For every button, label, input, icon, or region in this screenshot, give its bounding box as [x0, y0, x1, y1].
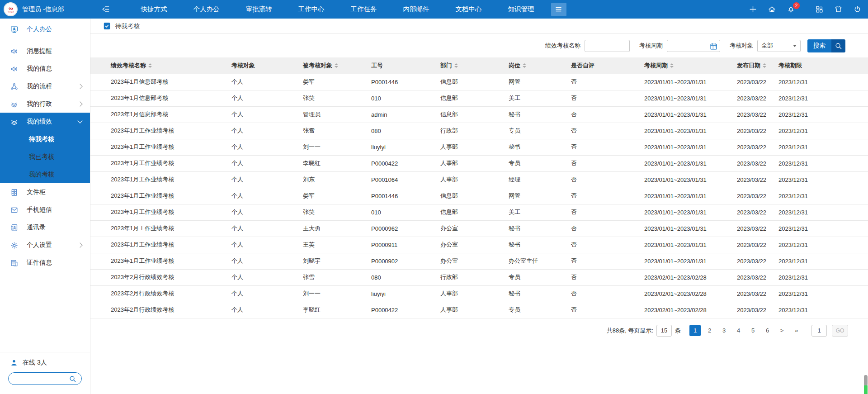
column-header-label: 是否自评 — [571, 62, 594, 70]
table-row[interactable]: 2023年1月工作业绩考核个人张雪080行政部专员否2023/01/01~202… — [90, 123, 868, 139]
page-button-5[interactable]: 5 — [747, 325, 759, 336]
more-menus-button[interactable] — [551, 3, 566, 16]
sidebar-item-1[interactable]: 消息提醒 — [0, 42, 90, 60]
table-row[interactable]: 2023年2月行政绩效考核个人张雪080行政部专员否2023/02/01~202… — [90, 269, 868, 285]
table-cell: 刘晓宇 — [301, 253, 369, 269]
filter-name-input[interactable] — [585, 40, 630, 52]
sidebar-subitem-我的考核[interactable]: 我的考核 — [0, 166, 90, 183]
table-row[interactable]: 2023年2月行政绩效考核个人李晓红P0000422人事部专员否2023/02/… — [90, 302, 868, 318]
goto-page-input[interactable] — [811, 325, 827, 337]
scrollbar-thumb[interactable] — [864, 375, 868, 386]
topnav-item[interactable]: 文档中心 — [443, 0, 495, 19]
column-header[interactable]: 考核周期 — [642, 57, 735, 74]
table-row[interactable]: 2023年1月信息部考核个人张笑010信息部美工否2023/01/01~2023… — [90, 90, 868, 106]
table-cell: 2023/03/22 — [735, 188, 777, 204]
column-header: 考核对象 — [230, 57, 301, 74]
table-cell: 经理 — [507, 171, 569, 188]
topnav-item[interactable]: 快捷方式 — [128, 0, 180, 19]
table-cell: 王大勇 — [301, 220, 369, 237]
table-row[interactable]: 2023年1月工作业绩考核个人张笑010信息部美工否2023/01/01~202… — [90, 204, 868, 220]
app-logo[interactable]: ∞ 华天动力 — [4, 2, 18, 16]
sort-arrows-icon[interactable] — [670, 63, 674, 68]
page-button-6[interactable]: 6 — [762, 325, 773, 336]
last-page-button[interactable]: » — [791, 325, 802, 336]
sidebar-item-6[interactable]: 文件柜 — [0, 183, 90, 201]
sidebar-search-icon[interactable] — [68, 375, 77, 383]
sidebar-item-4[interactable]: 我的行政 — [0, 95, 90, 113]
table-cell: 个人 — [230, 171, 301, 188]
sidebar-item-9[interactable]: 个人设置 — [0, 236, 90, 254]
current-user-label[interactable]: 管理员 -信息部 — [22, 5, 64, 14]
page-button-4[interactable]: 4 — [733, 325, 744, 336]
new-item-icon[interactable] — [749, 5, 757, 14]
search-button[interactable]: 搜索 — [807, 39, 845, 52]
page-button-1[interactable]: 1 — [689, 325, 701, 336]
logout-power-icon[interactable] — [853, 5, 862, 14]
sidebar-subitem-待我考核[interactable]: 待我考核 — [0, 130, 90, 148]
page-button-3[interactable]: 3 — [718, 325, 730, 336]
table-cell: 秘书 — [507, 237, 569, 253]
table-row[interactable]: 2023年2月行政绩效考核个人刘一一liuyiyi人事部秘书否2023/02/0… — [90, 285, 868, 302]
sort-arrows-icon[interactable] — [523, 63, 526, 68]
sidebar-item-label: 通讯录 — [27, 223, 85, 232]
table-cell: 办公室 — [439, 237, 507, 253]
sidebar-item-10[interactable]: 证件信息 — [0, 254, 90, 271]
sidebar-item-label: 个人办公 — [27, 25, 85, 33]
table-row[interactable]: 2023年1月工作业绩考核个人刘晓宇P0000902办公室办公室主任否2023/… — [90, 253, 868, 269]
breadcrumb: 待我考核 — [90, 19, 868, 34]
table-row[interactable]: 2023年1月信息部考核个人娄军P0001446信息部网管否2023/01/01… — [90, 74, 868, 90]
topnav-item[interactable]: 审批流转 — [233, 0, 285, 19]
sidebar-item-3[interactable]: 我的流程 — [0, 77, 90, 95]
page-size-input[interactable] — [656, 325, 672, 337]
vertical-scrollbar[interactable] — [864, 19, 868, 394]
table-cell: 否 — [569, 123, 642, 139]
apps-grid-icon[interactable] — [815, 5, 824, 14]
table-cell: 2023年1月工作业绩考核 — [90, 220, 230, 237]
home-icon[interactable] — [768, 5, 776, 14]
column-header-label: 部门 — [440, 62, 452, 70]
topnav-item[interactable]: 内部邮件 — [390, 0, 443, 19]
table-row[interactable]: 2023年1月信息部考核个人管理员admin信息部秘书否2023/01/01~2… — [90, 106, 868, 123]
theme-shirt-icon[interactable] — [834, 5, 843, 14]
table-row[interactable]: 2023年1月工作业绩考核个人王大勇P0000962办公室秘书否2023/01/… — [90, 220, 868, 237]
column-header: 考核期限 — [777, 57, 868, 74]
sidebar-item-2[interactable]: 我的信息 — [0, 60, 90, 77]
table-row[interactable]: 2023年1月工作业绩考核个人娄军P0001446信息部网管否2023/01/0… — [90, 188, 868, 204]
topnav-item[interactable]: 知识管理 — [495, 0, 547, 19]
page-button-2[interactable]: 2 — [704, 325, 715, 336]
column-header[interactable]: 部门 — [439, 57, 507, 74]
column-header[interactable]: 被考核对象 — [301, 57, 369, 74]
column-header[interactable]: 绩效考核名称 — [90, 57, 230, 74]
column-header: 工号 — [369, 57, 439, 74]
chevron-right-icon — [77, 242, 82, 247]
sidebar-item-8[interactable]: 通讯录 — [0, 218, 90, 236]
table-row[interactable]: 2023年1月工作业绩考核个人李晓红P0000422人事部专员否2023/01/… — [90, 155, 868, 171]
column-header-label: 绩效考核名称 — [111, 62, 146, 70]
sidebar-item-7[interactable]: 手机短信 — [0, 201, 90, 218]
column-header[interactable]: 岗位 — [507, 57, 569, 74]
table-row[interactable]: 2023年1月工作业绩考核个人王英P0000911办公室秘书否2023/01/0… — [90, 237, 868, 253]
filter-target-select[interactable]: 全部 — [757, 40, 801, 52]
table-cell: 2023/03/22 — [735, 285, 777, 302]
topnav-item[interactable]: 个人办公 — [180, 0, 233, 19]
sidebar-item-0[interactable]: 个人办公 — [0, 19, 90, 40]
calendar-icon[interactable] — [709, 42, 718, 51]
sidebar-search-input[interactable] — [13, 375, 68, 382]
topnav-item[interactable]: 工作任务 — [338, 0, 390, 19]
table-row[interactable]: 2023年1月工作业绩考核个人刘一一liuyiyi人事部秘书否2023/01/0… — [90, 139, 868, 155]
column-header[interactable]: 发布日期 — [735, 57, 777, 74]
sort-arrows-icon[interactable] — [148, 63, 152, 68]
sort-arrows-icon[interactable] — [763, 63, 766, 68]
sort-arrows-icon[interactable] — [454, 63, 458, 68]
next-page-button[interactable]: > — [776, 325, 788, 336]
sort-arrows-icon[interactable] — [335, 63, 338, 68]
collapse-sidebar-icon[interactable] — [101, 5, 110, 14]
sidebar-item-5[interactable]: 我的绩效 — [0, 113, 90, 130]
sidebar-subitem-我已考核[interactable]: 我已考核 — [0, 148, 90, 166]
go-button[interactable]: GO — [832, 325, 848, 337]
topnav-item[interactable]: 工作中心 — [285, 0, 338, 19]
table-cell: 刘东 — [301, 171, 369, 188]
table-cell: 个人 — [230, 74, 301, 90]
table-cell: 2023年2月行政绩效考核 — [90, 269, 230, 285]
table-row[interactable]: 2023年1月工作业绩考核个人刘东P0001064人事部经理否2023/01/0… — [90, 171, 868, 188]
